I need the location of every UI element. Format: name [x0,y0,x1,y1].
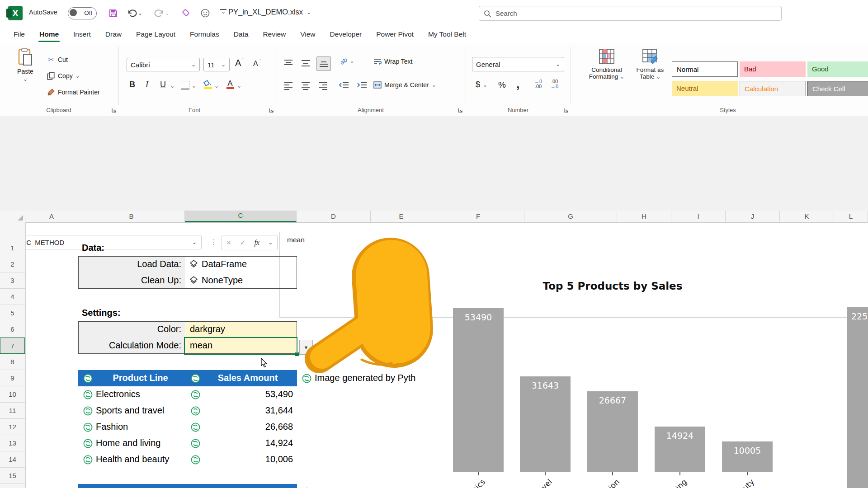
save-icon[interactable] [108,8,118,19]
second-table-header-row[interactable] [78,484,297,488]
style-neutral[interactable]: Neutral [672,81,738,96]
tab-view[interactable]: View [293,26,322,43]
font-dialog-launcher-icon[interactable] [269,108,274,113]
style-check-cell[interactable]: Check Cell [807,81,868,96]
orientation-button[interactable]: ab ⌄ [340,57,354,65]
image-caption[interactable]: Image generated by Pyth [315,373,415,383]
table-cell-sales[interactable]: 14,924 [203,438,293,448]
column-header-d[interactable]: D [297,211,371,222]
table-header-product[interactable]: Product Line [96,373,185,383]
customize-toolbar-icon[interactable]: ⌄ [220,9,226,15]
load-data-value[interactable]: DataFrame [202,259,247,269]
table-cell-product[interactable]: Home and living [96,438,160,448]
table-cell-product[interactable]: Health and beauty [96,454,169,465]
clipboard-dialog-launcher-icon[interactable] [111,108,117,113]
tab-review[interactable]: Review [255,26,293,43]
tab-data[interactable]: Data [226,26,256,43]
selected-cell-border[interactable] [184,337,297,355]
borders-chevron-icon[interactable]: ⌄ [192,83,196,89]
font-size-combo[interactable]: 11 ⌄ [203,58,230,71]
settings-section-title[interactable]: Settings: [82,308,121,318]
row-header-4[interactable]: 4 [0,289,25,305]
load-data-label[interactable]: Load Data: [78,259,181,269]
decrease-indent-icon[interactable] [339,82,349,89]
column-header-l[interactable]: L [834,211,868,222]
tab-page-layout[interactable]: Page Layout [129,26,183,43]
conditional-formatting-button[interactable]: Conditional Formatting ⌄ [586,48,627,80]
undo-icon[interactable] [127,8,137,19]
workbook-title[interactable]: PY_in_XL_DEMO.xlsx ⌄ [228,8,311,16]
merge-center-button[interactable]: Merge & Center ⌄ [373,81,436,89]
style-normal[interactable]: Normal [672,61,738,77]
tab-power-pivot[interactable]: Power Pivot [369,26,421,43]
alignment-dialog-launcher-icon[interactable] [458,108,463,113]
row-header-3[interactable]: 3 [0,272,25,289]
table-cell-sales[interactable]: 53,490 [203,389,293,399]
second-chart-clipped-bar[interactable]: 225 [847,307,868,488]
font-name-combo[interactable]: Calibri ⌄ [127,58,200,71]
tab-my-tool-belt[interactable]: My Tool Belt [421,26,473,43]
formula-bar-grip-icon[interactable]: ⋮ [210,238,217,246]
excel-logo-icon[interactable]: X [8,6,23,20]
font-color-chevron-icon[interactable]: ⌄ [237,83,241,89]
wrap-text-button[interactable]: Wrap Text [373,57,413,66]
align-right-icon[interactable] [319,82,328,90]
number-format-combo[interactable]: General ⌄ [472,57,564,71]
row-header-2[interactable]: 2 [0,256,25,272]
row-header-8[interactable]: 8 [0,354,25,370]
row-header-13[interactable]: 13 [0,435,25,451]
column-header-f[interactable]: F [432,211,524,222]
table-cell-sales[interactable]: 26,668 [203,422,293,432]
cancel-entry-icon[interactable]: × [226,238,231,248]
underline-button[interactable]: U [160,80,166,89]
undo-chevron-icon[interactable]: ⌄ [138,10,142,16]
confirm-entry-icon[interactable]: ✓ [240,239,245,247]
number-dialog-launcher-icon[interactable] [563,108,569,113]
increase-indent-icon[interactable] [357,82,367,89]
borders-icon[interactable] [181,81,189,89]
column-header-c[interactable]: C [185,211,297,222]
table-cell-product[interactable]: Fashion [96,422,128,432]
table-cell-product[interactable]: Electronics [96,389,140,399]
align-bottom-button-selected[interactable] [316,56,331,71]
table-header-sales[interactable]: Sales Amount [203,373,293,383]
grow-font-button[interactable]: Aˆ [235,58,244,68]
tab-draw[interactable]: Draw [98,26,129,43]
column-header-e[interactable]: E [371,211,432,222]
chart-bar-sports[interactable]: 31643 [520,376,571,472]
fill-handle[interactable] [295,352,299,357]
tab-home[interactable]: Home [32,26,66,43]
fill-color-chevron-icon[interactable]: ⌄ [214,83,219,89]
format-painter-button[interactable]: Format Painter [47,88,100,96]
tab-insert[interactable]: Insert [66,26,98,43]
row-header-12[interactable]: 12 [0,419,25,435]
shrink-font-button[interactable]: Aˇ [253,60,261,68]
column-header-j[interactable]: J [726,211,780,222]
chart-bar-home[interactable]: 14924 [655,427,705,472]
formula-input[interactable]: mean [279,232,868,318]
format-as-table-button[interactable]: Format as Table ⌄ [631,48,669,80]
chart-bar-health[interactable]: 10005 [722,441,773,472]
fill-color-icon[interactable] [203,80,212,89]
smiley-icon[interactable] [200,8,211,19]
tab-developer[interactable]: Developer [323,26,369,43]
color-value[interactable]: darkgray [190,324,225,334]
autosave-toggle[interactable]: Off [68,7,97,19]
style-calculation[interactable]: Calculation [740,81,806,96]
paste-button[interactable]: Paste ⌄ [14,48,37,82]
underline-chevron-icon[interactable]: ⌄ [170,83,175,89]
select-all-corner[interactable] [0,211,25,222]
redo-chevron-icon[interactable]: ⌄ [165,10,170,16]
clean-up-value[interactable]: NoneType [202,275,243,286]
align-left-icon[interactable] [284,82,293,90]
chart-bar-fashion[interactable]: 26667 [587,391,638,472]
row-header-9[interactable]: 9 [0,370,25,386]
column-header-k[interactable]: K [780,211,834,222]
column-header-i[interactable]: I [671,211,726,222]
tab-file[interactable]: File [6,26,32,43]
column-header-a[interactable]: A [25,211,78,222]
row-header-5[interactable]: 5 [0,305,25,321]
bold-button[interactable]: B [129,80,135,89]
fx-chevron-icon[interactable]: ⌄ [268,239,273,246]
row-header-10[interactable]: 10 [0,386,25,403]
